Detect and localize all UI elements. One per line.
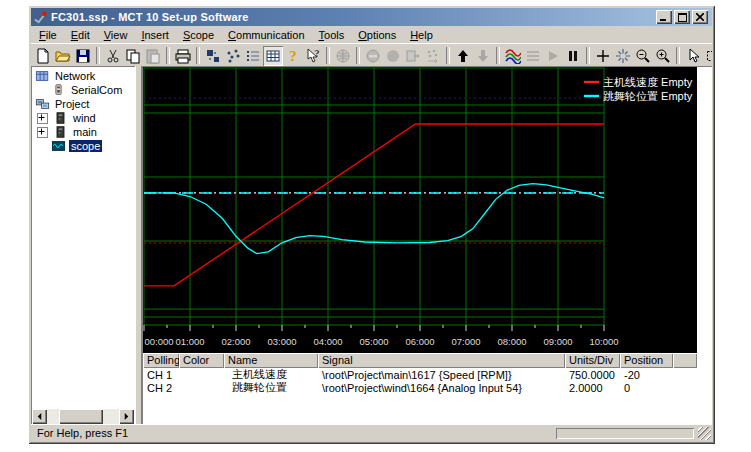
paste-button — [143, 46, 163, 66]
tree-item-scope[interactable]: scope — [31, 139, 135, 153]
close-button[interactable] — [692, 10, 708, 24]
toolbar-separator — [166, 47, 170, 64]
menu-insert[interactable]: Insert — [134, 27, 176, 43]
column-header-units-div[interactable]: Units/Div — [565, 353, 620, 368]
stop-button — [363, 46, 383, 66]
scope-icon — [51, 139, 67, 153]
compare-button — [423, 46, 443, 66]
new-button[interactable] — [33, 46, 53, 66]
select-cursor-button[interactable] — [683, 46, 703, 66]
zoom-wand-icon — [615, 48, 631, 64]
tree-expand-button[interactable] — [37, 127, 48, 138]
toolbar-separator — [676, 47, 680, 64]
new-file-icon — [35, 48, 51, 64]
parameter-view-button[interactable] — [203, 46, 223, 66]
toolbar-separator — [196, 47, 200, 64]
title-bar[interactable]: FC301.ssp - MCT 10 Set-up Software — [31, 8, 712, 26]
param-view-icon — [205, 48, 221, 64]
start-icon — [545, 48, 561, 64]
table-view-button[interactable] — [263, 46, 283, 66]
cell-polling: CH 1 — [143, 369, 179, 381]
tree-item-project[interactable]: Project — [31, 97, 135, 111]
zoom-in-button[interactable] — [653, 46, 673, 66]
save-button[interactable] — [73, 46, 93, 66]
move-down-icon — [475, 48, 491, 64]
copy-button[interactable] — [123, 46, 143, 66]
curves-button[interactable] — [503, 46, 523, 66]
menu-edit[interactable]: Edit — [64, 27, 97, 43]
tree-label: main — [71, 126, 99, 138]
cell-name: 跳舞轮位置 — [224, 380, 318, 395]
cell-signal: \root\Project\wind\1664 {Analog Input 54… — [318, 382, 565, 394]
tree-item-network[interactable]: Network — [31, 69, 135, 83]
scope-chart-panel[interactable]: 00:00001:00002:00003:00004:00005:00006:0… — [143, 67, 697, 353]
x-tick-label: 10:000 — [589, 336, 618, 347]
cut-button[interactable] — [103, 46, 123, 66]
help-button[interactable]: ? — [283, 46, 303, 66]
cell-color — [179, 369, 224, 381]
tree-expand-button[interactable] — [37, 113, 48, 124]
menu-tools[interactable]: Tools — [312, 27, 352, 43]
maximize-button[interactable] — [674, 10, 690, 24]
move-up-button[interactable] — [453, 46, 473, 66]
channel-row-ch2[interactable]: CH 2跳舞轮位置\root\Project\wind\1664 {Analog… — [143, 381, 697, 394]
scrollbar-track[interactable] — [47, 409, 119, 424]
tree-item-main[interactable]: main — [31, 125, 135, 139]
pause-button[interactable] — [563, 46, 583, 66]
zoom-out-button[interactable] — [633, 46, 653, 66]
menu-scope[interactable]: Scope — [176, 27, 221, 43]
x-tick-label: 07:000 — [451, 336, 480, 347]
context-help-button[interactable]: ? — [303, 46, 323, 66]
print-icon — [175, 48, 191, 64]
x-tick-label: 00:000 — [144, 336, 173, 347]
zoom-wand-button[interactable] — [613, 46, 633, 66]
record-button — [383, 46, 403, 66]
open-button[interactable] — [53, 46, 73, 66]
list-view-button[interactable] — [243, 46, 263, 66]
menu-options[interactable]: Options — [351, 27, 403, 43]
tree-item-serialcom[interactable]: SerialCom — [31, 83, 135, 97]
menu-help[interactable]: Help — [403, 27, 440, 43]
menu-communication[interactable]: Communication — [221, 27, 311, 43]
x-tick-label: 09:000 — [543, 336, 572, 347]
column-header-position[interactable]: Position — [620, 353, 673, 368]
project-icon — [35, 97, 51, 111]
toolbar-separator — [586, 47, 590, 64]
panel-splitter[interactable] — [135, 66, 142, 425]
paste-icon — [145, 48, 161, 64]
print-button[interactable] — [173, 46, 193, 66]
column-header-color[interactable]: Color — [179, 353, 224, 368]
svg-text:?: ? — [315, 48, 320, 59]
lines-icon — [525, 48, 541, 64]
export-icon — [405, 48, 421, 64]
select-rect-icon — [705, 48, 712, 64]
menu-file[interactable]: File — [32, 27, 64, 43]
svg-text:?: ? — [289, 48, 297, 64]
tree-label: Network — [53, 70, 97, 82]
tree-label: SerialCom — [69, 84, 124, 96]
menu-view[interactable]: View — [97, 27, 135, 43]
select-rect-button[interactable] — [703, 46, 712, 66]
scrollbar-thumb[interactable] — [59, 409, 103, 424]
move-up-icon — [455, 48, 471, 64]
window-title: FC301.ssp - MCT 10 Set-up Software — [51, 11, 653, 23]
serial-icon — [51, 83, 67, 97]
status-bar: For Help, press F1 — [31, 424, 712, 441]
record-icon — [385, 48, 401, 64]
move-down-button — [473, 46, 493, 66]
scatter-view-button[interactable] — [223, 46, 243, 66]
minimize-button[interactable] — [656, 10, 672, 24]
column-header-name[interactable]: Name — [224, 353, 318, 368]
scope-chart-svg[interactable]: 00:00001:00002:00003:00004:00005:00006:0… — [143, 67, 697, 353]
resize-grip[interactable] — [698, 427, 711, 440]
track-cursor-button[interactable] — [593, 46, 613, 66]
tree-item-wind[interactable]: wind — [31, 111, 135, 125]
column-header-polling[interactable]: Polling — [143, 353, 179, 368]
toolbar-separator — [356, 47, 360, 64]
column-header-signal[interactable]: Signal — [318, 353, 565, 368]
scroll-right-button[interactable] — [119, 409, 134, 424]
tree-horizontal-scrollbar[interactable] — [32, 409, 134, 424]
save-icon — [75, 48, 91, 64]
scroll-left-button[interactable] — [32, 409, 47, 424]
toolbar-separator — [446, 47, 450, 64]
